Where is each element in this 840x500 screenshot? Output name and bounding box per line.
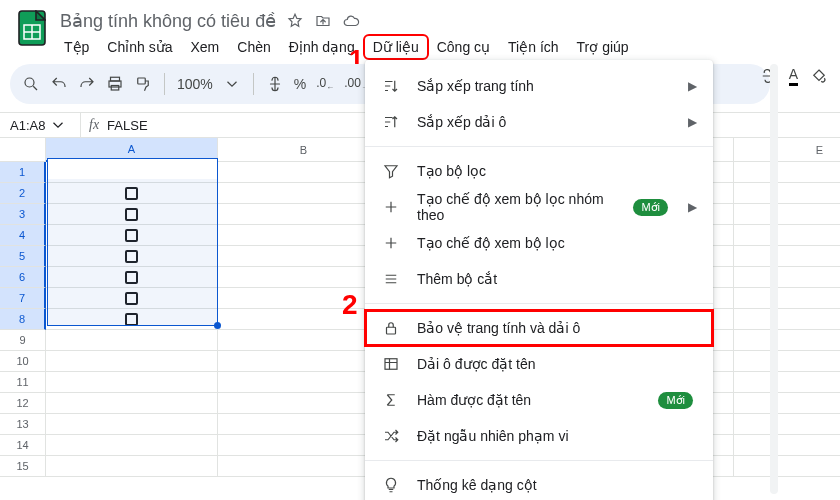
cell[interactable]	[46, 372, 218, 393]
menu-trợ-giúp[interactable]: Trợ giúp	[569, 36, 637, 58]
menu-item-hàm-được-đặt-tên[interactable]: Hàm được đặt tênMới	[365, 382, 713, 418]
cell[interactable]	[734, 162, 840, 183]
fill-color-icon[interactable]	[810, 67, 828, 85]
cloud-icon[interactable]	[342, 12, 360, 30]
menu-dữ-liệu[interactable]: Dữ liệu	[365, 36, 427, 58]
vertical-scrollbar[interactable]	[770, 64, 778, 494]
chevron-down-icon[interactable]	[223, 75, 241, 93]
print-icon[interactable]	[106, 75, 124, 93]
cell[interactable]	[734, 204, 840, 225]
row-header[interactable]: 5	[0, 246, 46, 267]
cell[interactable]	[46, 267, 218, 288]
menu-item-thống-kê-dạng-cột[interactable]: Thống kê dạng cột	[365, 467, 713, 500]
row-header[interactable]: 7	[0, 288, 46, 309]
decimal-dec-button[interactable]: .0←	[316, 76, 334, 92]
row-header[interactable]: 11	[0, 372, 46, 393]
row-header[interactable]: 12	[0, 393, 46, 414]
cell[interactable]	[734, 267, 840, 288]
cell[interactable]	[46, 435, 218, 456]
cell[interactable]	[46, 330, 218, 351]
cell[interactable]	[46, 309, 218, 330]
cell[interactable]	[734, 309, 840, 330]
col-header[interactable]: A	[46, 138, 218, 162]
row-header[interactable]: 10	[0, 351, 46, 372]
menu-item-sắp-xếp-dải-ô[interactable]: Sắp xếp dải ô▶	[365, 104, 713, 140]
menu-item-tạo-chế-độ-xem-bộ-lọc-nhóm-theo[interactable]: Tạo chế độ xem bộ lọc nhóm theoMới▶	[365, 189, 713, 225]
currency-icon[interactable]	[266, 75, 284, 93]
checkbox-icon[interactable]	[125, 208, 138, 221]
name-box[interactable]: A1:A8	[0, 116, 80, 134]
checkbox-icon[interactable]	[125, 292, 138, 305]
select-all-corner[interactable]	[0, 138, 46, 162]
cell[interactable]	[46, 246, 218, 267]
menu-tệp[interactable]: Tệp	[56, 36, 97, 58]
row-header[interactable]: 14	[0, 435, 46, 456]
redo-icon[interactable]	[78, 75, 96, 93]
cell[interactable]	[734, 393, 840, 414]
cell[interactable]	[734, 225, 840, 246]
cell[interactable]	[46, 456, 218, 477]
sort-range-icon	[381, 113, 401, 131]
row-header[interactable]: 9	[0, 330, 46, 351]
row-header[interactable]: 3	[0, 204, 46, 225]
menu-xem[interactable]: Xem	[183, 36, 228, 58]
undo-icon[interactable]	[50, 75, 68, 93]
text-color-button[interactable]: A	[789, 66, 798, 86]
cell[interactable]	[734, 246, 840, 267]
menu-item-label: Bảo vệ trang tính và dải ô	[417, 320, 697, 336]
row-header[interactable]: 1	[0, 162, 46, 183]
named-range-icon	[381, 355, 401, 373]
checkbox-icon[interactable]	[125, 229, 138, 242]
formula-value[interactable]: FALSE	[107, 118, 147, 133]
zoom-select[interactable]: 100%	[177, 76, 213, 92]
cell[interactable]	[46, 414, 218, 435]
cell[interactable]	[734, 414, 840, 435]
cell[interactable]	[46, 351, 218, 372]
submenu-arrow-icon: ▶	[688, 200, 697, 214]
menu-chèn[interactable]: Chèn	[229, 36, 278, 58]
star-icon[interactable]	[286, 12, 304, 30]
move-icon[interactable]	[314, 12, 332, 30]
menu-công-cụ[interactable]: Công cụ	[429, 36, 498, 58]
menu-item-sắp-xếp-trang-tính[interactable]: Sắp xếp trang tính▶	[365, 68, 713, 104]
paint-icon[interactable]	[134, 75, 152, 93]
cell[interactable]	[734, 435, 840, 456]
cell[interactable]	[734, 330, 840, 351]
percent-button[interactable]: %	[294, 76, 306, 92]
cell[interactable]	[46, 204, 218, 225]
cell[interactable]	[734, 456, 840, 477]
checkbox-icon[interactable]	[125, 313, 138, 326]
search-icon[interactable]	[22, 75, 40, 93]
cell[interactable]	[46, 225, 218, 246]
row-header[interactable]: 8	[0, 309, 46, 330]
cell[interactable]	[46, 393, 218, 414]
menu-item-thêm-bộ-cắt[interactable]: Thêm bộ cắt	[365, 261, 713, 297]
row-header[interactable]: 4	[0, 225, 46, 246]
menu-item-đặt-ngẫu-nhiên-phạm-vi[interactable]: Đặt ngẫu nhiên phạm vi	[365, 418, 713, 454]
cell[interactable]	[734, 183, 840, 204]
cell[interactable]	[46, 183, 218, 204]
menu-chỉnh-sửa[interactable]: Chỉnh sửa	[99, 36, 180, 58]
checkbox-icon[interactable]	[125, 187, 138, 200]
doc-title[interactable]: Bảng tính không có tiêu đề	[60, 10, 276, 32]
cell[interactable]	[734, 351, 840, 372]
row-header[interactable]: 2	[0, 183, 46, 204]
row-header[interactable]: 13	[0, 414, 46, 435]
checkbox-icon[interactable]	[125, 166, 138, 179]
menu-item-tạo-bộ-lọc[interactable]: Tạo bộ lọc	[365, 153, 713, 189]
cell[interactable]	[46, 288, 218, 309]
svg-point-4	[25, 78, 34, 87]
menu-item-tạo-chế-độ-xem-bộ-lọc[interactable]: Tạo chế độ xem bộ lọc	[365, 225, 713, 261]
checkbox-icon[interactable]	[125, 250, 138, 263]
cell[interactable]	[46, 162, 218, 183]
row-header[interactable]: 15	[0, 456, 46, 477]
menu-item-dải-ô-được-đặt-tên[interactable]: Dải ô được đặt tên	[365, 346, 713, 382]
menu-item-bảo-vệ-trang-tính-và-dải-ô[interactable]: Bảo vệ trang tính và dải ô	[365, 310, 713, 346]
checkbox-icon[interactable]	[125, 271, 138, 284]
sheets-logo[interactable]	[12, 8, 52, 48]
cell[interactable]	[734, 288, 840, 309]
cell[interactable]	[734, 372, 840, 393]
row-header[interactable]: 6	[0, 267, 46, 288]
col-header[interactable]: E	[734, 138, 840, 162]
menu-tiện-ích[interactable]: Tiện ích	[500, 36, 567, 58]
